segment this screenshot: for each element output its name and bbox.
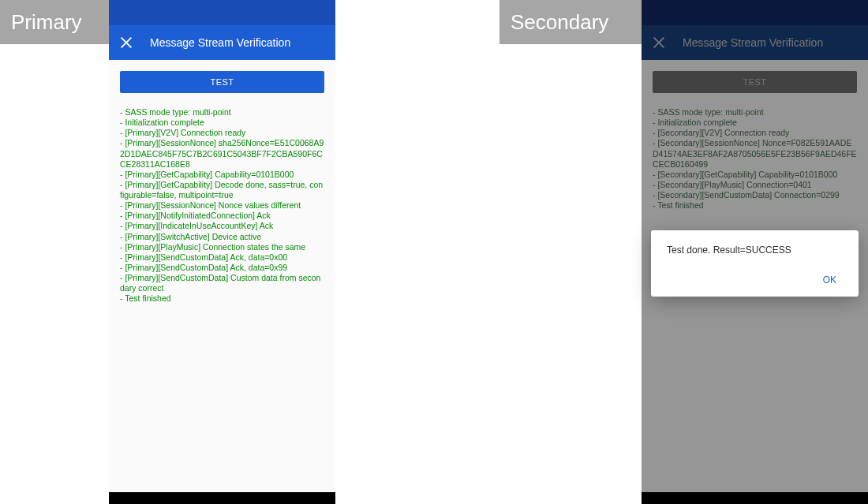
bottom-bar <box>642 492 868 504</box>
log-line: - [Primary][SendCustomData] Custom data … <box>120 273 324 293</box>
log-line: - [Primary][NotifyInitiatedConnection] A… <box>120 211 324 221</box>
close-icon[interactable] <box>120 36 133 49</box>
log-line: - [Primary][GetCapability] Capability=01… <box>120 170 324 180</box>
close-icon <box>653 36 665 49</box>
role-label-primary: Primary <box>0 0 109 44</box>
appbar-title: Message Stream Verification <box>683 36 823 49</box>
log-line: - Test finished <box>120 293 324 304</box>
log-line: - [Primary][SessionNonce] sha256Nonce=E5… <box>120 138 324 169</box>
log-line: - [Primary][PlayMusic] Connection states… <box>120 242 324 252</box>
test-button-label: TEST <box>743 77 766 87</box>
log-line: - [Primary][SessionNonce] Nonce values d… <box>120 200 324 211</box>
app-bar: Message Stream Verification <box>642 25 868 60</box>
log-line: - Initialization complete <box>653 118 857 128</box>
dialog-message: Test done. Result=SUCCESS <box>667 245 843 256</box>
log-line: - [Primary][IndicateInUseAccountKey] Ack <box>120 221 324 231</box>
log-line: - [Secondary][SendCustomData] Connection… <box>653 190 857 200</box>
status-bar <box>109 0 335 25</box>
log-line: - [Secondary][SessionNonce] Nonce=F082E5… <box>653 138 857 169</box>
log-line: - Test finished <box>653 200 857 211</box>
log-line: - [Primary][GetCapability] Decode done, … <box>120 180 324 200</box>
log-line: - [Secondary][PlayMusic] Connection=0401 <box>653 180 857 190</box>
phone-primary: Message Stream Verification TEST - SASS … <box>109 0 335 504</box>
role-label-primary-text: Primary <box>11 10 82 35</box>
log-line: - [Primary][SendCustomData] Ack, data=0x… <box>120 263 324 273</box>
phone-secondary: Message Stream Verification TEST - SASS … <box>642 0 868 504</box>
role-label-secondary: Secondary <box>499 0 642 44</box>
log-line: - [Secondary][V2V] Connection ready <box>653 128 857 138</box>
log-line: - [Primary][V2V] Connection ready <box>120 128 324 138</box>
status-bar <box>642 0 868 25</box>
log-secondary: - SASS mode type: multi-point - Initiali… <box>653 107 857 211</box>
log-line: - [Secondary][GetCapability] Capability=… <box>653 170 857 180</box>
log-line: - SASS mode type: multi-point <box>653 107 857 118</box>
appbar-title: Message Stream Verification <box>150 36 290 49</box>
result-dialog: Test done. Result=SUCCESS OK <box>651 230 859 297</box>
test-button[interactable]: TEST <box>120 71 324 93</box>
log-line: - [Primary][SendCustomData] Ack, data=0x… <box>120 252 324 263</box>
log-line: - Initialization complete <box>120 118 324 128</box>
app-bar: Message Stream Verification <box>109 25 335 60</box>
bottom-bar <box>109 492 335 504</box>
log-line: - SASS mode type: multi-point <box>120 107 324 118</box>
test-button: TEST <box>653 71 857 93</box>
dialog-ok-button[interactable]: OK <box>817 271 843 289</box>
log-line: - [Primary][SwitchActive] Device active <box>120 232 324 242</box>
content-area: TEST - SASS mode type: multi-point - Ini… <box>109 60 335 492</box>
test-button-label: TEST <box>210 77 234 87</box>
role-label-secondary-text: Secondary <box>511 10 608 35</box>
log-primary: - SASS mode type: multi-point - Initiali… <box>120 107 324 304</box>
dialog-actions: OK <box>667 271 843 289</box>
